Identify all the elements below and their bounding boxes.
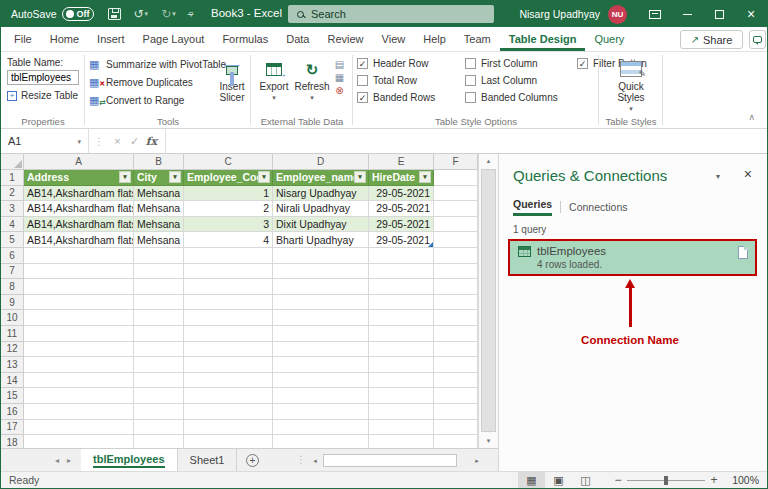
table-header-address[interactable]: Address▾	[24, 170, 134, 186]
cell-a3[interactable]: AB14,Akshardham flats	[24, 201, 134, 217]
cell-f6[interactable]	[434, 248, 478, 264]
maximize-button[interactable]	[703, 1, 735, 27]
search-input[interactable]: Search	[288, 5, 494, 23]
cell-d9[interactable]	[273, 295, 369, 311]
row-header-15[interactable]: 15	[1, 388, 24, 404]
cell-d14[interactable]	[273, 373, 369, 389]
cell-e5[interactable]: 29-05-2021	[369, 232, 434, 248]
sheet-nav-left-icon[interactable]: ◂	[55, 449, 59, 471]
filter-button-hiredate[interactable]: ▾	[419, 171, 431, 183]
normal-view-icon[interactable]: ▦	[518, 472, 545, 488]
cell-b8[interactable]	[134, 279, 184, 295]
cell-d13[interactable]	[273, 357, 369, 373]
cell-c17[interactable]	[184, 420, 273, 436]
query-list-item[interactable]: tblEmployees 4 rows loaded.	[508, 239, 757, 276]
sheet-tab-sheet1[interactable]: Sheet1	[178, 449, 238, 471]
column-header-c[interactable]: C	[184, 154, 273, 170]
filter-button-employee-name[interactable]: ▾	[354, 171, 366, 183]
tab-home[interactable]: Home	[41, 27, 88, 51]
avatar[interactable]: NU	[608, 5, 627, 24]
cell-a9[interactable]	[24, 295, 134, 311]
cell-c11[interactable]	[184, 326, 273, 342]
column-header-e[interactable]: E	[369, 154, 434, 170]
checkbox-last-column[interactable]: Last Column	[465, 74, 573, 87]
scroll-right-icon[interactable]: ▸	[471, 457, 483, 465]
cell-c7[interactable]	[184, 264, 273, 280]
cell-e12[interactable]	[369, 342, 434, 358]
cell-b3[interactable]: Mehsana	[134, 201, 184, 217]
column-header-b[interactable]: B	[134, 154, 184, 170]
cell-b15[interactable]	[134, 388, 184, 404]
redo-button[interactable]: ↻▾	[161, 7, 176, 21]
horizontal-scrollbar[interactable]: ◂ ▸	[309, 453, 483, 468]
cell-c6[interactable]	[184, 248, 273, 264]
cell-c2[interactable]: 1	[184, 186, 273, 202]
filter-button-employee-code[interactable]: ▾	[258, 171, 270, 183]
cell-b12[interactable]	[134, 342, 184, 358]
row-header-4[interactable]: 4	[1, 217, 24, 233]
horizontal-scroll-track[interactable]	[321, 454, 471, 467]
tab-view[interactable]: View	[373, 27, 415, 51]
tab-review[interactable]: Review	[318, 27, 372, 51]
cell-a10[interactable]	[24, 310, 134, 326]
drag-handle-icon[interactable]: ⋮	[94, 136, 104, 147]
undo-button[interactable]: ↺▾	[134, 7, 149, 21]
tab-page-layout[interactable]: Page Layout	[134, 27, 214, 51]
tab-insert[interactable]: Insert	[88, 27, 134, 51]
zoom-slider-thumb[interactable]	[664, 476, 668, 485]
cell-a4[interactable]: AB14,Akshardham flats	[24, 217, 134, 233]
cell-a11[interactable]	[24, 326, 134, 342]
checkbox-total-row[interactable]: Total Row	[357, 74, 461, 87]
cell-c16[interactable]	[184, 404, 273, 420]
cell-c3[interactable]: 2	[184, 201, 273, 217]
minimize-button[interactable]	[671, 1, 703, 27]
cell-b4[interactable]: Mehsana	[134, 217, 184, 233]
column-header-d[interactable]: D	[273, 154, 369, 170]
row-header-14[interactable]: 14	[1, 373, 24, 389]
button-convert-to-range[interactable]: ▦⇄Convert to Range	[89, 92, 217, 109]
comments-button[interactable]	[749, 30, 766, 49]
cell-a14[interactable]	[24, 373, 134, 389]
cell-f9[interactable]	[434, 295, 478, 311]
cell-f2[interactable]	[434, 186, 478, 202]
cell-c10[interactable]	[184, 310, 273, 326]
row-header-8[interactable]: 8	[1, 279, 24, 295]
cell-e15[interactable]	[369, 388, 434, 404]
cell-c18[interactable]	[184, 435, 273, 448]
cell-e6[interactable]	[369, 248, 434, 264]
open-in-browser-icon[interactable]: ▦	[333, 72, 346, 84]
cell-a7[interactable]	[24, 264, 134, 280]
table-header-employee-code[interactable]: Employee_Code▾	[184, 170, 273, 186]
select-all-button[interactable]	[1, 154, 24, 170]
table-header-employee-name[interactable]: Employee_name▾	[273, 170, 369, 186]
cell-d2[interactable]: Nisarg Upadhyay	[273, 186, 369, 202]
cell-a15[interactable]	[24, 388, 134, 404]
cell-a18[interactable]	[24, 435, 134, 448]
column-header-f[interactable]: F	[434, 154, 478, 170]
checkbox-header-row[interactable]: ✓Header Row	[357, 57, 461, 70]
cell-e7[interactable]	[369, 264, 434, 280]
cell-e13[interactable]	[369, 357, 434, 373]
cell-e18[interactable]	[369, 435, 434, 448]
row-header-3[interactable]: 3	[1, 201, 24, 217]
query-name[interactable]: tblEmployees	[537, 245, 606, 257]
cell-a13[interactable]	[24, 357, 134, 373]
zoom-in-button[interactable]: +	[705, 473, 723, 487]
cell-a6[interactable]	[24, 248, 134, 264]
cell-d11[interactable]	[273, 326, 369, 342]
cell-e9[interactable]	[369, 295, 434, 311]
vertical-scroll-thumb[interactable]	[481, 169, 496, 432]
share-button[interactable]: ↗ Share	[680, 30, 743, 49]
cell-d16[interactable]	[273, 404, 369, 420]
close-button[interactable]: ×	[735, 1, 767, 27]
cell-f11[interactable]	[434, 326, 478, 342]
name-box[interactable]: A1 ▾	[1, 129, 89, 153]
cell-d10[interactable]	[273, 310, 369, 326]
tab-formulas[interactable]: Formulas	[213, 27, 277, 51]
cell-b14[interactable]	[134, 373, 184, 389]
horizontal-scroll-thumb[interactable]	[323, 454, 457, 467]
table-header-city[interactable]: City▾	[134, 170, 184, 186]
export-button[interactable]: → Export ▾	[255, 56, 293, 114]
cell-f17[interactable]	[434, 420, 478, 436]
cell-f14[interactable]	[434, 373, 478, 389]
